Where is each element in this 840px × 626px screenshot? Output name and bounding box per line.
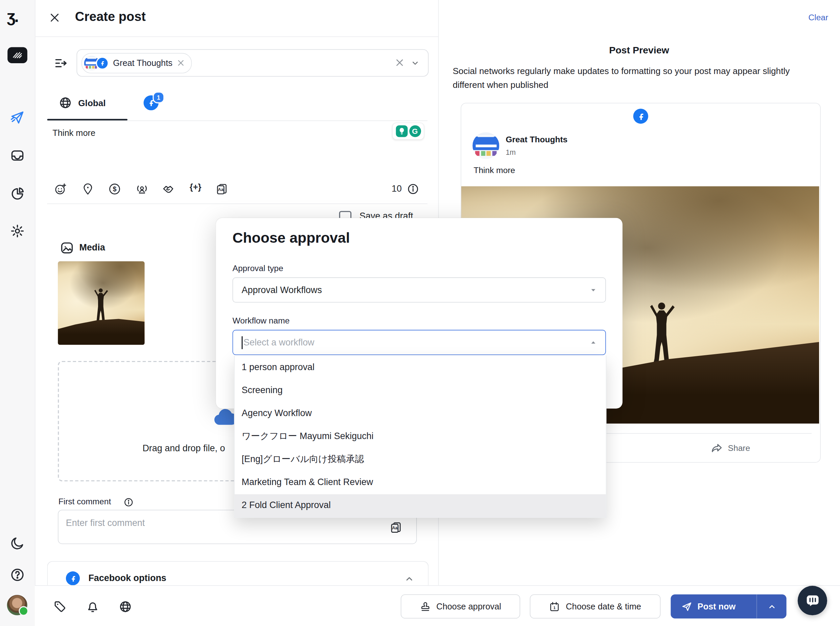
upload-cloud-icon	[212, 408, 237, 426]
post-preview-disclaimer: Social networks regularly make updates t…	[453, 64, 812, 92]
workflow-option[interactable]: [Eng]グローバル向け投稿承認	[235, 448, 606, 471]
tab-global[interactable]: Global	[59, 96, 105, 109]
workspace-icon[interactable]	[8, 47, 27, 63]
info-icon[interactable]	[124, 498, 133, 507]
post-text-editor[interactable]: Think more	[52, 128, 96, 138]
facebook-icon	[66, 571, 80, 585]
account-chip[interactable]: Great Thoughts	[81, 53, 192, 73]
share-label: Share	[728, 443, 751, 453]
online-status-dot	[19, 606, 28, 616]
clear-selection-icon[interactable]	[395, 58, 405, 67]
workflow-placeholder: Select a workflow	[243, 337, 315, 348]
handshake-icon[interactable]	[162, 183, 175, 196]
analytics-pie-icon[interactable]	[10, 186, 25, 201]
account-chip-label: Great Thoughts	[113, 58, 172, 68]
caret-down-icon	[590, 286, 597, 294]
globe-icon[interactable]	[119, 600, 132, 613]
choose-approval-label: Choose approval	[436, 602, 501, 612]
snippet-icon[interactable]: Aa	[215, 183, 228, 196]
workflow-option[interactable]: 1 person approval	[235, 355, 606, 379]
svg-text:1: 1	[553, 606, 556, 609]
dropzone-text: Drag and drop file, o	[143, 443, 225, 454]
chevron-down-icon[interactable]	[411, 59, 419, 67]
silhouette-figure	[89, 288, 113, 323]
approval-type-value: Approval Workflows	[241, 285, 321, 296]
calendar-icon: 1	[549, 601, 560, 612]
page-avatar	[472, 132, 499, 159]
workflow-option[interactable]: ワークフロー Mayumi Sekiguchi	[235, 425, 606, 448]
chat-support-button[interactable]	[798, 586, 827, 615]
chevron-up-icon[interactable]	[404, 574, 414, 584]
header-divider	[36, 36, 438, 37]
page-title: Create post	[75, 9, 146, 24]
post-now-label: Post now	[697, 602, 736, 612]
approval-type-select[interactable]: Approval Workflows	[233, 277, 606, 302]
workflow-option[interactable]: Screening	[235, 379, 606, 402]
workflow-option[interactable]: Marketing Team & Client Review	[235, 471, 606, 494]
utm-dollar-icon[interactable]: $	[108, 183, 121, 196]
inbox-icon[interactable]	[10, 149, 25, 163]
grammarly-icon: G	[409, 125, 421, 137]
workflow-select[interactable]: Select a workflow	[233, 330, 606, 355]
notification-bell-icon[interactable]	[86, 600, 99, 613]
post-options-chevron-up[interactable]	[757, 602, 786, 610]
share-button[interactable]: Share	[641, 437, 820, 459]
tab-facebook[interactable]: 1	[144, 95, 160, 111]
svg-text:Aa: Aa	[392, 526, 398, 531]
caret-up-icon	[590, 339, 597, 346]
first-comment-label: First comment	[58, 497, 111, 507]
post-preview-title: Post Preview	[438, 45, 840, 56]
choose-approval-button[interactable]: Choose approval	[401, 594, 520, 618]
workflow-name-label: Workflow name	[233, 316, 290, 326]
text-cursor	[241, 336, 242, 349]
grammarly-widget[interactable]: G	[392, 123, 425, 140]
clear-link[interactable]: Clear	[809, 13, 829, 23]
chat-icon	[805, 593, 820, 607]
influencer-icon[interactable]	[136, 183, 149, 196]
suggestion-bulb-icon	[396, 125, 407, 137]
character-count: 10	[392, 183, 402, 194]
workflow-dropdown: 1 person approval Screening Agency Workf…	[234, 355, 606, 518]
snippet-icon[interactable]: Aa	[390, 521, 403, 534]
facebook-options-label: Facebook options	[88, 573, 166, 584]
svg-text:Aa: Aa	[218, 187, 224, 192]
facebook-icon	[96, 56, 109, 69]
tab-global-label: Global	[78, 98, 105, 108]
create-post-screen: ʒ. Create post	[0, 0, 840, 626]
dark-mode-moon-icon[interactable]	[10, 536, 25, 551]
info-icon[interactable]	[407, 183, 419, 195]
user-avatar[interactable]	[7, 595, 27, 615]
choose-datetime-label: Choose date & time	[566, 602, 641, 612]
post-now-button[interactable]: Post now	[671, 601, 756, 612]
workflow-option[interactable]: Agency Workflow	[235, 402, 606, 424]
location-icon[interactable]	[81, 183, 94, 196]
post-text: Think more	[473, 166, 515, 175]
help-icon[interactable]	[10, 568, 25, 582]
media-icon	[60, 241, 74, 255]
account-selector[interactable]: Great Thoughts	[77, 49, 429, 77]
remove-account-icon[interactable]	[177, 59, 185, 67]
media-thumbnail[interactable]	[58, 261, 145, 345]
media-section-label: Media	[79, 243, 105, 254]
post-timestamp: 1m	[506, 149, 516, 156]
tag-icon[interactable]	[53, 600, 66, 613]
approval-type-label: Approval type	[233, 263, 284, 273]
send-icon	[682, 601, 692, 612]
app-logo-icon[interactable]: ʒ.	[7, 8, 18, 26]
choose-datetime-button[interactable]: 1 Choose date & time	[530, 594, 661, 618]
expand-accounts-icon[interactable]	[53, 56, 67, 70]
publish-nav-send-icon[interactable]	[10, 110, 25, 125]
stamp-icon	[420, 601, 431, 612]
workflow-option-selected[interactable]: 2 Fold Client Approval	[235, 494, 606, 517]
globe-icon	[59, 96, 72, 109]
share-icon	[711, 443, 722, 454]
first-comment-input[interactable]	[65, 517, 383, 540]
emoji-icon[interactable]	[54, 183, 67, 196]
composer-footer: Choose approval 1 Choose date & time Pos…	[35, 585, 840, 626]
settings-gear-icon[interactable]	[10, 224, 25, 238]
variables-icon[interactable]: {+}	[190, 183, 202, 196]
silhouette-figure	[642, 301, 682, 365]
toolbar-divider	[47, 203, 428, 204]
app-sidebar: ʒ.	[0, 0, 36, 626]
close-icon[interactable]	[49, 12, 61, 23]
